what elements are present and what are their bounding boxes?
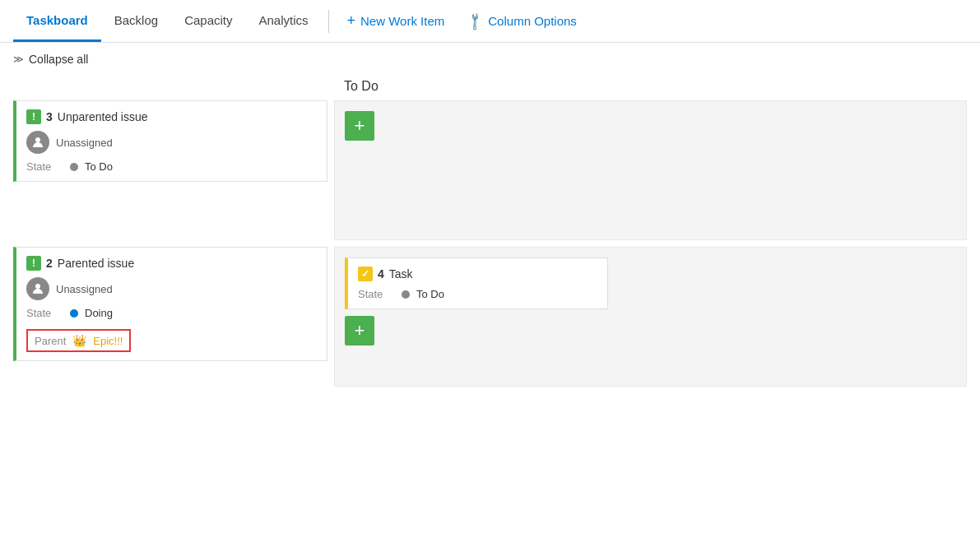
column-options-button[interactable]: 🔧 Column Options [456,14,588,29]
backlog-card-unparented: 3 Unparented issue Unassigned [13,100,327,182]
task-title-4: Task [389,267,413,281]
task-state-dot [402,290,410,299]
new-work-item-button[interactable]: + New Work Item [336,12,457,30]
assigned-row-2: Unassigned [26,277,317,300]
card-number-1: 3 [46,110,53,123]
state-row-2: State Doing [26,307,317,319]
task-state-row: State To Do [358,288,597,300]
tab-capacity[interactable]: Capacity [171,0,245,42]
backlog-card-parented: 2 Parented issue Unassigned St [13,247,327,361]
board: To Do [13,76,967,100]
new-work-item-label: New Work Item [360,14,444,28]
parent-label-2: Parent [35,335,66,347]
card-title-row-2: 2 Parented issue [26,256,317,271]
avatar-1 [26,131,49,154]
plus-icon: + [347,12,356,30]
state-label-2: State [26,307,63,319]
task-title-row: 4 Task [358,267,597,281]
card-title-row-1: 3 Unparented issue [26,109,317,124]
state-value-1: To Do [85,160,113,173]
nav-divider [328,10,329,33]
top-navigation: Taskboard Backlog Capacity Analytics + N… [0,0,980,43]
issue-icon-1 [26,109,41,124]
card-title-1: Unparented issue [58,110,148,123]
assigned-label-2: Unassigned [56,283,113,295]
state-label-1: State [26,160,63,173]
card-number-2: 2 [46,257,53,270]
parent-row-wrapper: Parent 👑 Epic!!! [26,324,317,352]
crown-icon: 👑 [72,334,86,347]
parent-row-2: Parent 👑 Epic!!! [26,329,131,352]
task-card-4: 4 Task State To Do [345,257,608,309]
right-row-parented: 4 Task State To Do + [334,247,967,387]
state-dot-2 [70,309,78,318]
collapse-all-button[interactable]: ≫ Collapse all [13,53,967,66]
state-dot-1 [70,163,78,171]
tab-taskboard[interactable]: Taskboard [13,0,101,42]
left-row-parented: ◀ 2 Parented issue [13,247,334,387]
task-state-label: State [358,288,395,300]
main-content: ≫ Collapse all To Do ◀ 3 Unparented issu… [0,43,980,403]
assigned-label-1: Unassigned [56,137,113,149]
avatar-2 [26,277,49,300]
tab-analytics[interactable]: Analytics [245,0,321,42]
svg-point-1 [35,284,40,289]
left-panel-header [13,76,334,100]
right-row-unparented: + [334,100,967,240]
wrench-icon: 🔧 [465,10,486,31]
state-row-1: State To Do [26,160,317,173]
collapse-icon: ≫ [13,53,24,65]
assigned-row-1: Unassigned [26,131,317,154]
issue-icon-2 [26,256,41,271]
row-parented: ◀ 2 Parented issue [13,247,967,387]
right-panel: To Do [334,76,967,100]
card-title-2: Parented issue [58,257,134,270]
row-unparented: ◀ 3 Unparented issue [13,100,967,240]
epic-label: Epic!!! [93,335,123,347]
todo-column-header: To Do [334,76,967,100]
svg-point-0 [35,137,40,142]
add-task-button-2[interactable]: + [345,316,374,346]
add-task-button-1[interactable]: + [345,111,374,141]
state-value-2: Doing [85,307,113,319]
tab-backlog[interactable]: Backlog [101,0,171,42]
column-options-label: Column Options [488,14,577,28]
task-checkbox-icon [358,267,373,281]
left-row-unparented: ◀ 3 Unparented issue [13,100,334,240]
task-number-4: 4 [378,267,384,281]
task-state-value: To Do [416,288,444,300]
collapse-all-label: Collapse all [29,53,88,66]
